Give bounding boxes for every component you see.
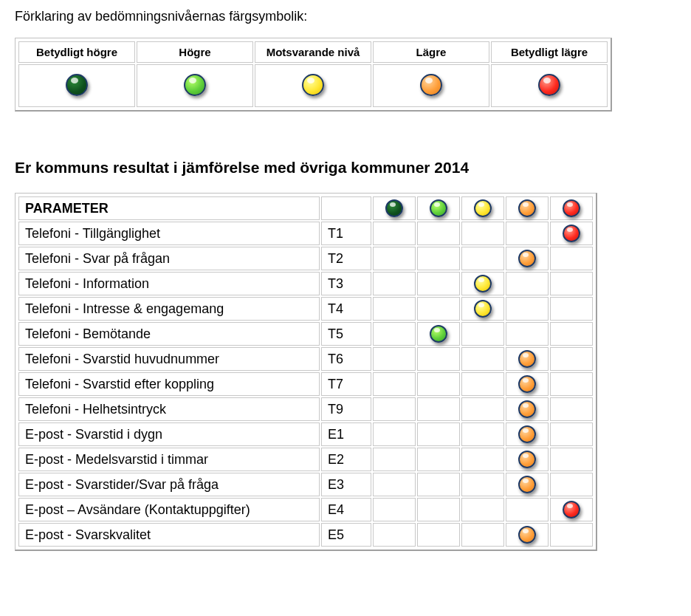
sphere-orange-icon	[518, 526, 536, 544]
result-rating-cell-orange	[506, 297, 549, 321]
sphere-green-icon	[430, 199, 447, 217]
legend-icon-cell	[18, 64, 135, 107]
legend-header-cell: Högre	[137, 41, 253, 63]
result-rating-cell-darkgreen	[373, 397, 416, 421]
legend-icon-cell	[137, 64, 253, 107]
result-rating-cell-darkgreen	[373, 422, 416, 446]
result-param-cell: Telefoni - Tillgänglighet	[18, 222, 320, 245]
result-header-code	[321, 196, 371, 220]
result-rating-cell-orange	[506, 397, 549, 421]
legend-explanation: Förklaring av bedömningsnivåernas färgsy…	[15, 9, 676, 24]
result-param-cell: Telefoni - Bemötande	[18, 322, 320, 346]
result-rating-cell-red	[550, 498, 593, 521]
result-rating-cell-yellow	[461, 322, 504, 346]
result-rating-cell-green	[417, 422, 460, 446]
result-rating-cell-orange	[506, 448, 549, 471]
result-rating-cell-green	[417, 247, 460, 270]
result-rating-cell-red	[550, 247, 593, 270]
result-rating-cell-orange	[506, 422, 549, 446]
result-code-cell: T4	[321, 297, 371, 321]
result-rating-cell-yellow	[461, 448, 504, 471]
legend-header-cell: Betydligt lägre	[491, 41, 608, 63]
result-rating-cell-yellow	[461, 347, 504, 371]
results-heading: Er kommuns resultat i jämförelse med övr…	[15, 159, 676, 177]
result-rating-cell-red	[550, 372, 593, 396]
result-rating-cell-green	[417, 322, 460, 346]
sphere-red-icon	[563, 501, 580, 519]
result-rating-cell-orange	[506, 372, 549, 396]
result-param-cell: Telefoni - Information	[18, 272, 320, 295]
result-rating-cell-yellow	[461, 372, 504, 396]
result-rating-cell-green	[417, 297, 460, 321]
result-rating-cell-darkgreen	[373, 498, 416, 521]
legend-icon-row	[18, 64, 608, 107]
result-rating-cell-red	[550, 448, 593, 471]
sphere-orange-icon	[420, 74, 442, 96]
result-param-cell: E-post - Svarstider/Svar på fråga	[18, 473, 320, 496]
result-rating-cell-darkgreen	[373, 222, 416, 245]
sphere-orange-icon	[518, 451, 536, 468]
sphere-yellow-icon	[474, 300, 492, 318]
sphere-darkgreen-icon	[66, 74, 88, 96]
result-row: Telefoni - Svar på fråganT2	[18, 247, 593, 270]
sphere-yellow-icon	[474, 275, 492, 292]
result-rating-cell-orange	[506, 247, 549, 270]
result-rating-cell-darkgreen	[373, 347, 416, 371]
sphere-orange-icon	[518, 476, 536, 493]
result-row: E-post - Svarstid i dygnE1	[18, 422, 593, 446]
result-header-col-red	[550, 196, 593, 220]
legend-icon-cell	[491, 64, 608, 107]
result-rating-cell-yellow	[461, 247, 504, 270]
result-rating-cell-yellow	[461, 297, 504, 321]
sphere-orange-icon	[518, 425, 536, 443]
result-rating-cell-darkgreen	[373, 297, 416, 321]
sphere-red-icon	[563, 199, 580, 217]
result-rating-cell-green	[417, 473, 460, 496]
result-rating-cell-green	[417, 222, 460, 245]
result-rating-cell-darkgreen	[373, 473, 416, 496]
result-rating-cell-yellow	[461, 272, 504, 295]
result-table: PARAMETER Telefoni - TillgänglighetT1Tel…	[17, 195, 594, 548]
result-code-cell: E4	[321, 498, 371, 521]
legend-table: Betydligt högre Högre Motsvarande nivå L…	[17, 40, 609, 109]
result-code-cell: E3	[321, 473, 371, 496]
result-rating-cell-red	[550, 473, 593, 496]
result-rating-cell-orange	[506, 473, 549, 496]
result-header-col-darkgreen	[373, 196, 416, 220]
legend-icon-cell	[255, 64, 371, 107]
result-code-cell: E2	[321, 448, 371, 471]
result-rating-cell-yellow	[461, 498, 504, 521]
result-row: E-post - SvarskvalitetE5	[18, 523, 593, 547]
result-header-label: PARAMETER	[18, 196, 320, 220]
result-rating-cell-red	[550, 322, 593, 346]
result-rating-cell-yellow	[461, 222, 504, 245]
sphere-orange-icon	[518, 375, 536, 393]
result-code-cell: T7	[321, 372, 371, 396]
result-rating-cell-red	[550, 347, 593, 371]
result-param-cell: Telefoni - Intresse & engagemang	[18, 297, 320, 321]
result-row: Telefoni - TillgänglighetT1	[18, 222, 593, 245]
result-rating-cell-green	[417, 498, 460, 521]
result-rating-cell-darkgreen	[373, 272, 416, 295]
result-param-cell: Telefoni - Svar på frågan	[18, 247, 320, 270]
result-param-cell: E-post - Medelsvarstid i timmar	[18, 448, 320, 471]
result-row: E-post - Medelsvarstid i timmarE2	[18, 448, 593, 471]
result-row: E-post – Avsändare (Kontaktuppgifter)E4	[18, 498, 593, 521]
result-rating-cell-darkgreen	[373, 322, 416, 346]
sphere-green-icon	[430, 325, 447, 343]
legend-header-cell: Betydligt högre	[18, 41, 135, 63]
result-row: Telefoni - Svarstid huvudnummerT6	[18, 347, 593, 371]
legend-header-cell: Lägre	[373, 41, 489, 63]
result-rating-cell-red	[550, 272, 593, 295]
result-row: E-post - Svarstider/Svar på frågaE3	[18, 473, 593, 496]
result-header-col-green	[417, 196, 460, 220]
result-code-cell: T2	[321, 247, 371, 270]
sphere-orange-icon	[518, 199, 536, 217]
result-code-cell: T3	[321, 272, 371, 295]
legend-icon-cell	[373, 64, 489, 107]
result-rating-cell-green	[417, 347, 460, 371]
result-rating-cell-orange	[506, 322, 549, 346]
result-row: Telefoni - Svarstid efter kopplingT7	[18, 372, 593, 396]
result-rating-cell-green	[417, 523, 460, 547]
sphere-darkgreen-icon	[385, 199, 403, 217]
